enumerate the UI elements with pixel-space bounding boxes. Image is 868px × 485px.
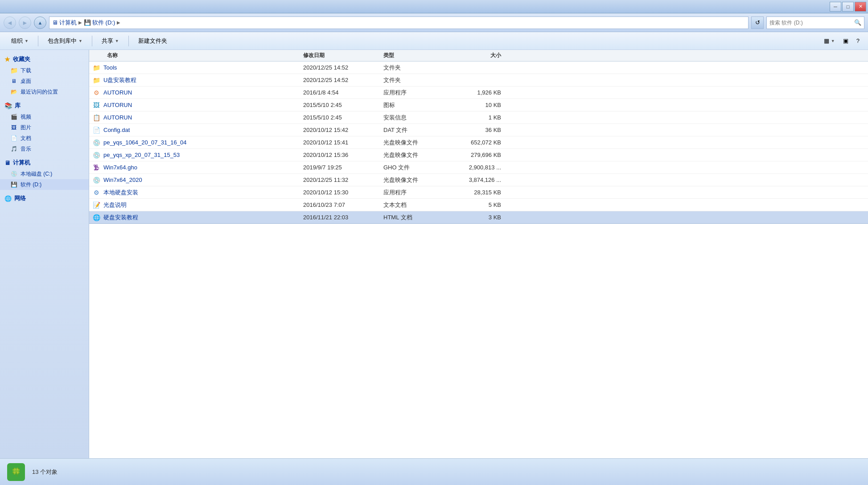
- sidebar-item-video[interactable]: 🎬 视频: [0, 111, 89, 122]
- refresh-button[interactable]: ↺: [751, 16, 764, 29]
- file-size: 2,900,813 ...: [455, 164, 508, 171]
- back-button[interactable]: ◄: [4, 16, 16, 29]
- share-arrow: ▼: [115, 39, 119, 43]
- include-library-button[interactable]: 包含到库中 ▼: [42, 34, 88, 48]
- desktop-icon: 🖥: [10, 77, 18, 85]
- file-date: 2016/11/21 22:03: [303, 214, 383, 221]
- table-row[interactable]: 🌐 硬盘安装教程 2016/11/21 22:03 HTML 文档 3 KB: [89, 211, 868, 224]
- table-row[interactable]: 📋 AUTORUN 2015/5/10 2:45 安装信息 1 KB: [89, 111, 868, 124]
- table-row[interactable]: ⚙ AUTORUN 2016/1/8 4:54 应用程序 1,926 KB: [89, 86, 868, 99]
- forward-button[interactable]: ►: [19, 16, 31, 29]
- library-icon: 📚: [4, 102, 12, 109]
- table-row[interactable]: 📁 Tools 2020/12/25 14:52 文件夹: [89, 62, 868, 74]
- organize-label: 组织: [11, 37, 23, 45]
- network-header[interactable]: 🌐 网络: [0, 193, 89, 204]
- file-size: 1 KB: [455, 114, 508, 121]
- include-library-label: 包含到库中: [48, 37, 77, 45]
- sidebar-item-desktop[interactable]: 🖥 桌面: [0, 76, 89, 86]
- file-type: 安装信息: [383, 114, 455, 122]
- music-icon: 🎵: [10, 145, 18, 153]
- up-button[interactable]: ▲: [34, 16, 46, 29]
- table-row[interactable]: 💿 pe_yqs_1064_20_07_31_16_04 2020/10/12 …: [89, 136, 868, 149]
- file-type: HTML 文档: [383, 214, 455, 222]
- computer-header[interactable]: 🖥 计算机: [0, 157, 89, 169]
- file-name-cell: 📋 AUTORUN: [89, 113, 303, 122]
- file-date: 2020/12/25 14:52: [303, 77, 383, 83]
- file-icon: 🌐: [92, 213, 101, 222]
- file-name-cell: 📝 光盘说明: [89, 201, 303, 210]
- drive-d-icon: 💾: [10, 181, 18, 189]
- network-icon: 🌐: [4, 195, 12, 202]
- file-date: 2019/9/7 19:25: [303, 164, 383, 171]
- file-icon: 🖼: [92, 101, 101, 110]
- share-button[interactable]: 共享 ▼: [96, 34, 125, 48]
- breadcrumb-computer[interactable]: 🖥 计算机: [52, 19, 77, 27]
- file-name: U盘安装教程: [103, 76, 136, 84]
- sidebar-item-drive-c[interactable]: 💿 本地磁盘 (C:): [0, 169, 89, 179]
- network-section: 🌐 网络: [0, 193, 89, 204]
- file-name: 光盘说明: [103, 201, 127, 209]
- file-icon: ⚙: [92, 88, 101, 97]
- folder-icon: 📁: [10, 66, 18, 74]
- title-bar-buttons: ─ □ ✕: [830, 2, 866, 12]
- organize-arrow: ▼: [25, 39, 29, 43]
- file-name-cell: 📁 Tools: [89, 63, 303, 72]
- help-button[interactable]: ?: [853, 34, 863, 48]
- organize-button[interactable]: 组织 ▼: [5, 34, 34, 48]
- file-date: 2015/5/10 2:45: [303, 102, 383, 108]
- header-size[interactable]: 大小: [455, 52, 508, 59]
- table-row[interactable]: 🖼 AUTORUN 2015/5/10 2:45 图标 10 KB: [89, 99, 868, 111]
- file-name-cell: 📁 U盘安装教程: [89, 76, 303, 85]
- file-date: 2020/10/12 15:42: [303, 127, 383, 133]
- file-name: Win7x64.gho: [103, 164, 137, 171]
- file-date: 2016/1/8 4:54: [303, 89, 383, 96]
- table-row[interactable]: ⚙ 本地硬盘安装 2020/10/12 15:30 应用程序 28,315 KB: [89, 186, 868, 199]
- header-type[interactable]: 类型: [383, 52, 455, 59]
- sidebar-item-recent[interactable]: 📂 最近访问的位置: [0, 86, 89, 97]
- sidebar-item-download[interactable]: 📁 下载: [0, 65, 89, 76]
- sidebar-item-doc[interactable]: 📄 文档: [0, 133, 89, 144]
- table-row[interactable]: 📝 光盘说明 2016/10/23 7:07 文本文档 5 KB: [89, 199, 868, 211]
- new-folder-button[interactable]: 新建文件夹: [132, 34, 173, 48]
- file-size: 279,696 KB: [455, 152, 508, 158]
- file-name: Tools: [103, 64, 117, 71]
- preview-button[interactable]: ▣: [840, 34, 852, 48]
- search-input[interactable]: [769, 20, 852, 26]
- table-row[interactable]: 💿 pe_yqs_xp_20_07_31_15_53 2020/10/12 15…: [89, 149, 868, 161]
- table-row[interactable]: 📁 U盘安装教程 2020/12/25 14:52 文件夹: [89, 74, 868, 86]
- file-date: 2020/10/12 15:36: [303, 152, 383, 158]
- file-type: 应用程序: [383, 189, 455, 197]
- recent-icon: 📂: [10, 88, 18, 96]
- file-type: 文件夹: [383, 64, 455, 72]
- sidebar-item-image[interactable]: 🖼 图片: [0, 122, 89, 133]
- file-type: 文本文档: [383, 201, 455, 209]
- maximize-button[interactable]: □: [842, 2, 854, 12]
- breadcrumb-drive[interactable]: 💾 软件 (D:): [84, 19, 115, 27]
- header-date[interactable]: 修改日期: [303, 52, 383, 59]
- file-size: 10 KB: [455, 102, 508, 108]
- sidebar-item-music[interactable]: 🎵 音乐: [0, 144, 89, 154]
- view-button[interactable]: ▦ ▼: [821, 34, 838, 48]
- computer-header-icon: 🖥: [4, 160, 10, 166]
- file-name-cell: 🖼 AUTORUN: [89, 101, 303, 110]
- toolbar: 组织 ▼ 包含到库中 ▼ 共享 ▼ 新建文件夹 ▦ ▼ ▣ ?: [0, 32, 868, 50]
- table-row[interactable]: 🗜 Win7x64.gho 2019/9/7 19:25 GHO 文件 2,90…: [89, 161, 868, 174]
- file-name: AUTORUN: [103, 114, 132, 121]
- file-name-cell: ⚙ 本地硬盘安装: [89, 188, 303, 197]
- file-icon: 💿: [92, 151, 101, 160]
- file-name-cell: ⚙ AUTORUN: [89, 88, 303, 97]
- include-library-arrow: ▼: [78, 39, 82, 43]
- computer-icon: 🖥: [52, 19, 58, 26]
- file-name: pe_yqs_1064_20_07_31_16_04: [103, 139, 187, 146]
- library-header[interactable]: 📚 库: [0, 100, 89, 111]
- header-name[interactable]: 名称: [89, 52, 303, 59]
- table-row[interactable]: 💿 Win7x64_2020 2020/12/25 11:32 光盘映像文件 3…: [89, 174, 868, 186]
- toolbar-sep-1: [38, 36, 38, 46]
- minimize-button[interactable]: ─: [830, 2, 841, 12]
- new-folder-label: 新建文件夹: [138, 37, 167, 45]
- close-button[interactable]: ✕: [855, 2, 866, 12]
- library-section: 📚 库 🎬 视频 🖼 图片 📄 文档 🎵 音乐: [0, 100, 89, 154]
- favorites-header[interactable]: ★ 收藏夹: [0, 53, 89, 65]
- sidebar-item-drive-d[interactable]: 💾 软件 (D:): [0, 179, 89, 190]
- table-row[interactable]: 📄 Config.dat 2020/10/12 15:42 DAT 文件 36 …: [89, 124, 868, 136]
